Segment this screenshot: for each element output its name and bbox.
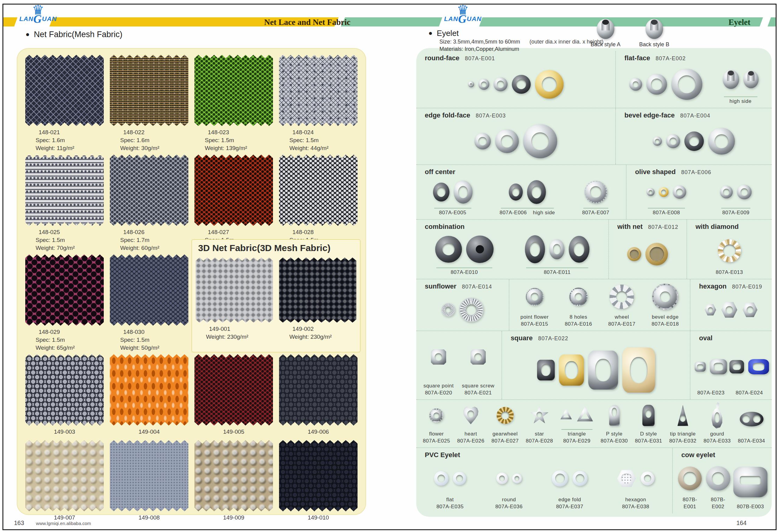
group-caption: 807A-E021	[465, 389, 492, 396]
eyelet-group	[473, 121, 558, 161]
eyelet-group-items	[705, 292, 758, 328]
group-caption: hexagon	[625, 496, 646, 503]
swatch-spec: Spec: 1.5m	[36, 336, 104, 344]
languan-logo: ♛ LANGUAN	[437, 4, 489, 22]
eyelet-group: point flower807A-E015	[519, 280, 550, 328]
eyelet-group-items	[530, 401, 549, 430]
back-style-a-label: Back style A	[591, 41, 620, 48]
swatch-code: 148-029	[36, 328, 104, 336]
eyelet-photo	[569, 236, 589, 263]
eyelet-photo	[570, 288, 588, 306]
eyelet-group-items	[711, 401, 723, 430]
swatch-code: 149-010	[279, 514, 358, 522]
fabric-swatch-cell: 149-003	[22, 352, 107, 438]
eyelet-group: tip triangle807A-E032	[668, 401, 698, 445]
group-caption: flat	[446, 496, 454, 503]
eyelet-group-items	[585, 178, 607, 206]
section-code: 807A-E004	[680, 113, 710, 119]
fabric-swatch-cell: 149-006	[276, 352, 361, 438]
swatch-code: 149-006	[279, 428, 358, 436]
eyelet-row: combination807A-E010807A-E011with net807…	[416, 219, 772, 279]
footer-url: www.lgmiqi.en.alibaba.com	[36, 521, 91, 526]
swatch-code: 149-009	[194, 514, 273, 522]
subpanel-row: 149-001Weight: 230g/m²149-002Weight: 230…	[193, 256, 359, 349]
group-caption: 807A-E017	[608, 320, 636, 328]
fabric-swatch-cell: 148-027Spec: 1.5mWeight: 68g/m²	[191, 153, 276, 253]
eyelet-rows: round-face807A-E001flat-face807A-E002hig…	[416, 51, 772, 513]
eyelet-group-items	[526, 280, 543, 313]
group-underline	[526, 268, 588, 268]
eyelet-photo	[552, 470, 568, 487]
eyelet-group	[440, 292, 485, 328]
group-underline	[561, 429, 593, 430]
eyelet-heading: ●Eyelet	[428, 28, 459, 38]
section-code: 807A-E022	[538, 335, 568, 342]
group-caption: triangle	[568, 430, 586, 437]
swatch-code: 148-030	[120, 328, 188, 336]
eyelet-group: edge fold807A-E037	[550, 461, 589, 510]
swatch-labels: 149-003	[25, 425, 104, 438]
eyelet-photo	[463, 407, 478, 424]
eyelet-group-items	[433, 178, 473, 206]
fabric-swatch-cell: 148-030Spec: 1.5mWeight: 50g/m²	[107, 253, 191, 352]
section-code: 807A-E001	[465, 55, 495, 61]
section-title: edge fold-face807A-E003	[416, 108, 615, 121]
eyelet-group-items	[609, 280, 634, 313]
eyelet-section: round-face807A-E001	[416, 51, 615, 108]
swatch-code: 148-026	[120, 228, 188, 236]
section-code: 807A-E019	[732, 284, 762, 290]
section-title: square807A-E022	[502, 331, 690, 343]
eyelet-photo	[434, 471, 448, 486]
group-caption: round	[502, 496, 516, 503]
swatch-code: 149-003	[25, 428, 104, 436]
fabric-swatch-photo	[196, 257, 273, 322]
section-body: 807A-E023807A-E024	[691, 343, 772, 399]
group-caption: 807B-E002	[705, 496, 731, 510]
section-code: 807A-E012	[648, 224, 678, 230]
eyelet-group-items	[723, 64, 759, 95]
eyelet-photo	[743, 71, 759, 88]
subpanel-title: 3D Net Fabric(3D Mesh Fabric)	[193, 241, 359, 256]
swatch-weight: Weight: 70g/m²	[36, 244, 104, 252]
swatch-spec: Spec: 1.6m	[36, 136, 104, 144]
eyelet-group-items	[434, 461, 466, 496]
section-title: off center	[416, 165, 626, 177]
eyelet-photo	[737, 185, 752, 199]
eyelet-group	[652, 121, 736, 161]
group-caption: 807A-E030	[601, 437, 628, 445]
section-title: cow eyelet	[673, 448, 772, 460]
group-caption: 8 holes	[570, 313, 587, 320]
swatch-code: 148-023	[205, 128, 273, 136]
eyelet-photo	[527, 180, 546, 204]
swatch-weight: Weight: 230g/m²	[206, 333, 273, 341]
group-caption: 807A-E037	[556, 503, 583, 510]
group-caption: bevel edge	[652, 313, 678, 320]
section-title: PVC Eyelet	[416, 448, 672, 460]
section-title: olive shaped807A-E006	[626, 165, 772, 177]
section-title: hexagon807A-E019	[691, 279, 772, 292]
swatch-code: 148-024	[289, 128, 358, 136]
group-caption: point flower	[520, 313, 549, 320]
group-caption-side: high side	[533, 210, 555, 216]
fabric-swatch-photo	[194, 354, 273, 425]
eyelet-photo	[588, 351, 618, 390]
eyelet-section: square point807A-E020square screw807A-E0…	[416, 331, 501, 399]
group-caption: 807A-E016	[565, 320, 592, 328]
eyelet-group-items	[537, 344, 655, 396]
eyelet-group-items	[678, 461, 702, 496]
swatch-code: 149-004	[110, 428, 188, 436]
eyelet-photo	[609, 285, 634, 309]
eyelet-photo	[652, 284, 678, 310]
eyelet-photo	[470, 349, 486, 365]
fabric-swatch-photo	[110, 155, 188, 226]
swatch-weight: Weight: 230g/m²	[289, 333, 356, 341]
group-underline	[436, 268, 492, 268]
eyelet-group: 807A-E010	[434, 233, 495, 276]
eyelet-group: 807B-E001	[676, 461, 704, 510]
group-caption: 807A-E015	[521, 320, 548, 328]
eyelet-photo	[653, 137, 662, 146]
swatch-labels: 149-006	[279, 425, 358, 438]
eyelet-group-items	[695, 344, 727, 389]
eyelet-group-items	[627, 233, 668, 276]
eyelet-section: flat-face807A-E002high side	[615, 51, 772, 108]
